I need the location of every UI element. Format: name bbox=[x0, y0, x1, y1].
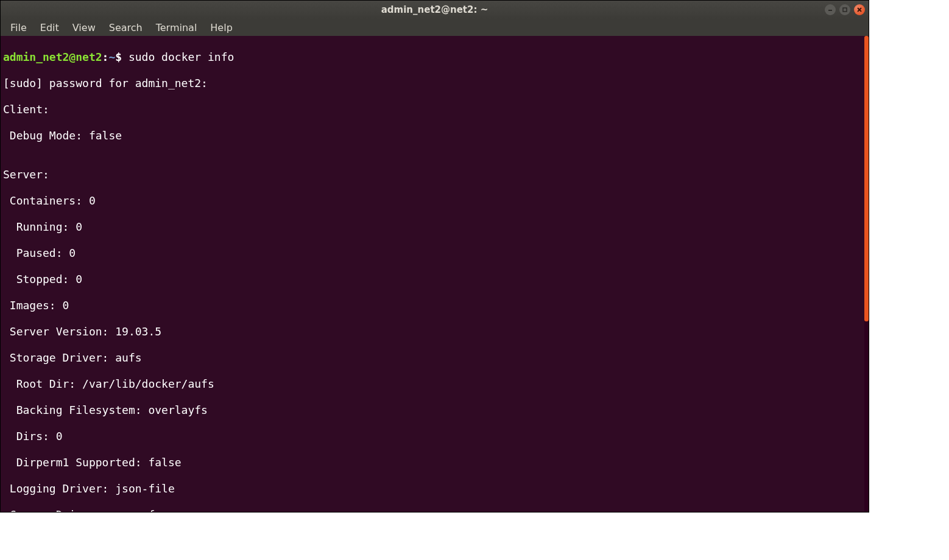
prompt-sep: : bbox=[102, 51, 109, 63]
minimize-icon bbox=[827, 7, 833, 13]
prompt-userhost: admin_net2@net2 bbox=[3, 51, 102, 63]
output-line: Paused: 0 bbox=[3, 247, 866, 260]
menu-file[interactable]: File bbox=[4, 20, 33, 35]
output-line: Dirperm1 Supported: false bbox=[3, 456, 866, 469]
window-controls bbox=[825, 4, 865, 15]
window-title: admin_net2@net2: ~ bbox=[381, 4, 489, 15]
menubar: File Edit View Search Terminal Help bbox=[1, 19, 869, 36]
scroll-thumb[interactable] bbox=[864, 36, 869, 321]
close-button[interactable] bbox=[854, 4, 865, 15]
svg-rect-1 bbox=[843, 8, 847, 12]
output-line: Containers: 0 bbox=[3, 194, 866, 208]
output-line: Server Version: 19.03.5 bbox=[3, 325, 866, 338]
menu-terminal[interactable]: Terminal bbox=[150, 20, 203, 35]
output-line: Logging Driver: json-file bbox=[3, 482, 866, 495]
output-line: Debug Mode: false bbox=[3, 129, 866, 142]
output-line: Root Dir: /var/lib/docker/aufs bbox=[3, 377, 866, 391]
titlebar: admin_net2@net2: ~ bbox=[1, 1, 869, 19]
menu-edit[interactable]: Edit bbox=[34, 20, 65, 35]
scrollbar[interactable] bbox=[864, 36, 869, 512]
maximize-icon bbox=[842, 7, 848, 13]
output-line: [sudo] password for admin_net2: bbox=[3, 77, 866, 90]
output-line: Storage Driver: aufs bbox=[3, 351, 866, 365]
output-line: Stopped: 0 bbox=[3, 273, 866, 286]
output-line: Client: bbox=[3, 103, 866, 116]
prompt-line: admin_net2@net2:~$ sudo docker info bbox=[3, 51, 866, 64]
minimize-button[interactable] bbox=[825, 4, 836, 15]
menu-view[interactable]: View bbox=[66, 20, 102, 35]
prompt-dollar: $ bbox=[115, 51, 129, 63]
close-icon bbox=[856, 7, 863, 13]
output-line: Dirs: 0 bbox=[3, 430, 866, 443]
prompt-path: ~ bbox=[108, 51, 115, 63]
output-line: Server: bbox=[3, 168, 866, 181]
command-text: sudo docker info bbox=[129, 51, 234, 63]
output-line: Cgroup Driver: cgroupfs bbox=[3, 508, 866, 512]
menu-help[interactable]: Help bbox=[204, 20, 238, 35]
output-line: Images: 0 bbox=[3, 299, 866, 312]
terminal-window: admin_net2@net2: ~ File Edit View Search… bbox=[0, 0, 869, 513]
menu-search[interactable]: Search bbox=[103, 20, 149, 35]
output-line: Running: 0 bbox=[3, 220, 866, 234]
output-line: Backing Filesystem: overlayfs bbox=[3, 404, 866, 417]
terminal-output[interactable]: admin_net2@net2:~$ sudo docker info [sud… bbox=[1, 36, 869, 512]
maximize-button[interactable] bbox=[839, 4, 850, 15]
